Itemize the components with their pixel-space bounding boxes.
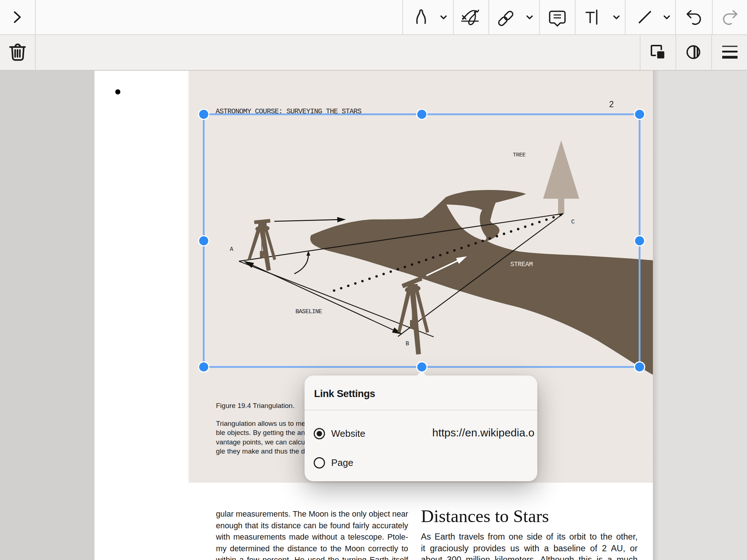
svg-text:C: C [571, 219, 575, 225]
svg-text:B: B [406, 341, 409, 347]
svg-text:TREE: TREE [513, 152, 526, 158]
svg-text:A: A [230, 246, 233, 253]
svg-text:BASELINE: BASELINE [295, 308, 322, 315]
svg-text:STREAM: STREAM [510, 261, 533, 268]
